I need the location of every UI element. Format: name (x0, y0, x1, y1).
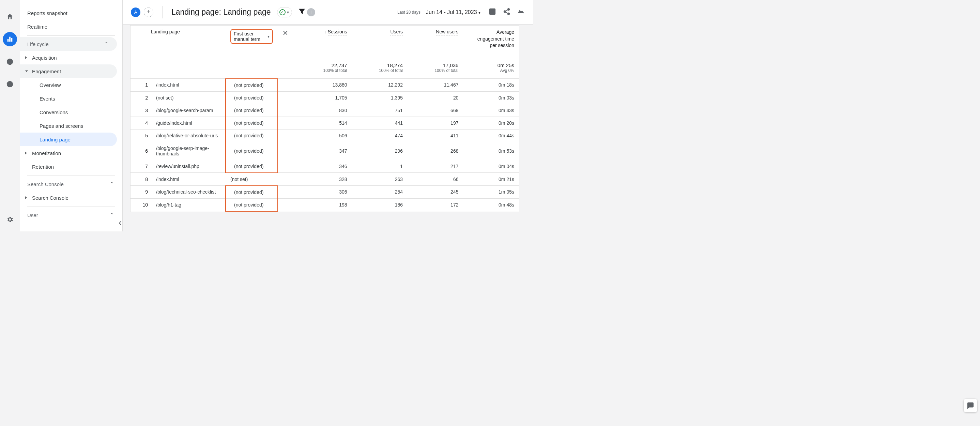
secondary-dimension-pill[interactable]: First user manual term ▾ (230, 29, 273, 44)
svg-point-2 (8, 83, 11, 85)
nav-eng-overview[interactable]: Overview (20, 78, 117, 92)
status-pill[interactable]: ✓ ▾ (277, 7, 292, 17)
label: Engagement (32, 68, 61, 74)
cell-users: 254 (352, 186, 407, 199)
check-circle-icon: ✓ (279, 9, 286, 15)
label: Retention (32, 164, 54, 170)
cell-term: (not set) (226, 173, 278, 186)
row-index: 4 (130, 116, 151, 129)
nav-group-user[interactable]: User ⌃ (20, 208, 123, 222)
page-title: Landing page: Landing page (172, 8, 271, 17)
home-icon[interactable] (3, 10, 17, 24)
nav-realtime[interactable]: Realtime (20, 20, 123, 33)
user-badge[interactable]: I (307, 8, 315, 16)
add-comparison-button[interactable]: + (144, 8, 153, 17)
col-users[interactable]: Users (390, 29, 403, 35)
cell-users: 12,292 (352, 79, 407, 92)
share-icon[interactable] (503, 8, 511, 16)
label: First user manual term (234, 31, 266, 42)
cell-new-users: 66 (407, 173, 463, 186)
cell-term: (not provided) (226, 104, 278, 116)
cell-new-users: 20 (407, 91, 463, 104)
reports-icon[interactable] (3, 32, 17, 46)
nav-group-lifecycle[interactable]: Life cycle ⌃ (20, 37, 117, 51)
cell-sessions: 506 (296, 129, 352, 142)
date-range-picker[interactable]: Jun 14 - Jul 11, 2023 ▾ (426, 9, 480, 15)
cell-term: (not provided) (226, 129, 278, 142)
admin-gear-icon[interactable] (0, 216, 20, 223)
nav-retention[interactable]: Retention (20, 160, 123, 173)
label: Life cycle (27, 41, 49, 47)
table-row[interactable]: 8/index.html(not set)328263660m 21s (130, 173, 519, 186)
cell-new-users: 245 (407, 186, 463, 199)
nav-acquisition[interactable]: Acquisition (20, 51, 123, 64)
table-row[interactable]: 1/index.html(not provided)13,88012,29211… (130, 79, 519, 92)
label: Events (40, 96, 55, 102)
cell-landing-page: /blog/relative-or-absolute-urls (151, 129, 226, 142)
cell-avg-eng: 0m 20s (463, 116, 519, 129)
chevron-up-icon: ⌃ (110, 212, 114, 218)
col-new-users[interactable]: New users (436, 29, 458, 35)
col-avg-eng[interactable]: Average engagement time per session (477, 29, 514, 50)
cell-avg-eng: 0m 53s (463, 142, 519, 160)
insights-sparkle-icon[interactable] (517, 8, 525, 16)
nav-eng-pages-screens[interactable]: Pages and screens (20, 119, 117, 133)
nav-eng-conversions[interactable]: Conversions (20, 105, 117, 119)
col-sessions[interactable]: Sessions (328, 29, 347, 35)
total-avg-eng: 0m 25s (468, 62, 514, 68)
cell-term: (not provided) (226, 198, 278, 211)
cell-landing-page: /review/uninstall.php (151, 160, 226, 173)
nav-eng-landing-page[interactable]: Landing page (20, 133, 117, 146)
label: Realtime (27, 24, 48, 30)
total-new-users: 17,036 (412, 62, 458, 68)
table-row[interactable]: 4/guide/index.html(not provided)51444119… (130, 116, 519, 129)
segment-avatar[interactable]: A (131, 8, 140, 17)
nav-group-search-console[interactable]: Search Console ⌃ (20, 177, 123, 191)
letter: A (134, 10, 137, 15)
collapse-sidebar-icon[interactable]: ‹ (119, 217, 122, 228)
chevron-down-icon: ▾ (479, 10, 480, 15)
row-index: 6 (130, 142, 151, 160)
explore-icon[interactable] (3, 54, 17, 69)
cell-users: 751 (352, 104, 407, 116)
table-row[interactable]: 5/blog/relative-or-absolute-urls(not pro… (130, 129, 519, 142)
cell-term: (not provided) (226, 142, 278, 160)
nav-monetization[interactable]: Monetization (20, 146, 123, 160)
nav-engagement[interactable]: Engagement (20, 64, 117, 78)
table-row[interactable]: 3/blog/google-search-param(not provided)… (130, 104, 519, 116)
table-row[interactable]: 7/review/uninstall.php(not provided)3461… (130, 160, 519, 173)
sort-arrow-down-icon[interactable]: ↓ (324, 29, 326, 34)
table-row[interactable]: 2(not set)(not provided)1,7051,395200m 0… (130, 91, 519, 104)
remove-dimension-icon[interactable]: ✕ (283, 29, 288, 37)
cell-sessions: 347 (296, 142, 352, 160)
filter-icon[interactable] (298, 8, 305, 17)
cell-term: (not provided) (226, 79, 278, 92)
label: Pages and screens (40, 123, 83, 129)
cell-avg-eng: 1m 05s (463, 186, 519, 199)
cell-new-users: 411 (407, 129, 463, 142)
table-row[interactable]: 9/blog/technical-seo-checklist(not provi… (130, 186, 519, 199)
nav-eng-events[interactable]: Events (20, 92, 117, 105)
plus-icon: + (147, 8, 151, 16)
totals-row: 22,737100% of total 18,274100% of total … (130, 57, 519, 79)
cell-avg-eng: 0m 43s (463, 104, 519, 116)
cell-term: (not provided) (226, 91, 278, 104)
cell-users: 263 (352, 173, 407, 186)
table-row[interactable]: 10/blog/h1-tag(not provided)1981861720m … (130, 198, 519, 211)
cell-new-users: 172 (407, 198, 463, 211)
nav-search-console-sub[interactable]: Search Console (20, 191, 123, 205)
row-index: 1 (130, 79, 151, 92)
cell-new-users: 197 (407, 116, 463, 129)
row-index: 8 (130, 173, 151, 186)
dimension-landing-page[interactable]: Landing page (151, 29, 221, 34)
label: Conversions (40, 110, 68, 115)
cell-landing-page: /blog/technical-seo-checklist (151, 186, 226, 199)
cell-avg-eng: 0m 44s (463, 129, 519, 142)
cell-avg-eng: 0m 48s (463, 198, 519, 211)
table-row[interactable]: 6/blog/google-serp-image-thumbnails(not … (130, 142, 519, 160)
nav-reports-snapshot[interactable]: Reports snapshot (20, 6, 123, 20)
insights-chart-icon[interactable] (488, 8, 496, 16)
advertising-icon[interactable] (3, 77, 17, 91)
chevron-up-icon: ⌃ (104, 41, 109, 47)
label: Overview (40, 82, 61, 88)
